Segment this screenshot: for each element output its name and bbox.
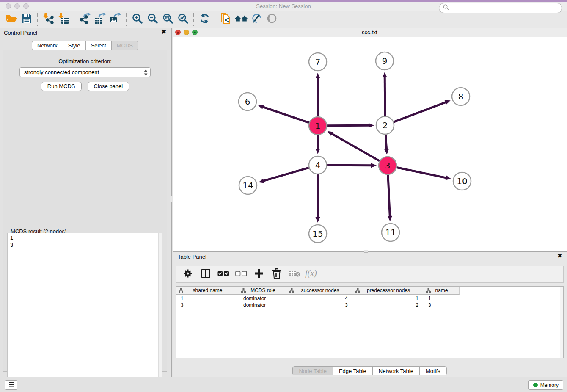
column-header-shared-name[interactable]: shared name bbox=[176, 287, 239, 295]
home-layout-button[interactable] bbox=[234, 12, 249, 27]
delete-table-button[interactable] bbox=[288, 268, 301, 281]
cell-successor-nodes[interactable]: 4 bbox=[287, 295, 353, 302]
graph-node-15[interactable]: 15 bbox=[309, 225, 327, 243]
tab-style[interactable]: Style bbox=[63, 41, 86, 50]
memory-button[interactable]: Memory bbox=[528, 380, 563, 390]
open-folder-icon bbox=[5, 13, 18, 26]
cell-name[interactable]: 1 bbox=[424, 295, 460, 302]
column-header-successor-nodes[interactable]: successor nodes bbox=[287, 287, 353, 295]
import-network-icon bbox=[42, 13, 54, 26]
import-table-button[interactable] bbox=[56, 12, 71, 27]
cell-predecessor-nodes[interactable]: 2 bbox=[353, 302, 424, 309]
zoom-in-button[interactable] bbox=[129, 12, 145, 27]
style-toggle-button[interactable] bbox=[249, 12, 264, 27]
graph-edge-4-3[interactable] bbox=[327, 165, 372, 166]
zoom-fit-icon bbox=[162, 13, 173, 26]
export-network-button[interactable] bbox=[77, 12, 93, 27]
search-icon bbox=[443, 4, 449, 12]
import-network-button[interactable] bbox=[41, 12, 56, 27]
table-row[interactable]: 1dominator411 bbox=[176, 295, 460, 302]
function-builder-button[interactable]: f(x) bbox=[306, 268, 319, 281]
column-header-name[interactable]: name bbox=[424, 287, 460, 295]
graph-edge-3-1[interactable] bbox=[331, 133, 380, 161]
table-row[interactable]: 3dominator323 bbox=[176, 302, 460, 309]
zoom-fit-button[interactable] bbox=[160, 12, 175, 27]
graph-node-10[interactable]: 10 bbox=[453, 172, 471, 190]
close-panel-button[interactable]: Close panel bbox=[88, 82, 129, 91]
mcds-result-group: MCDS result (2 nodes) 1 3 bbox=[6, 232, 163, 392]
zoom-out-button[interactable] bbox=[145, 12, 160, 27]
tab-network[interactable]: Network bbox=[32, 41, 63, 50]
split-columns-button[interactable] bbox=[199, 268, 212, 281]
graph-node-14[interactable]: 14 bbox=[239, 177, 257, 194]
graph-edge-3-10[interactable] bbox=[397, 168, 447, 178]
result-scrollbar[interactable] bbox=[158, 233, 162, 390]
float-panel-icon[interactable] bbox=[153, 30, 157, 34]
cell-shared-name[interactable]: 1 bbox=[176, 295, 239, 302]
graph-edge-3-11[interactable] bbox=[388, 175, 390, 217]
export-image-icon bbox=[110, 13, 122, 26]
graph-node-11[interactable]: 11 bbox=[382, 224, 399, 241]
tab-select[interactable]: Select bbox=[85, 41, 112, 50]
export-network-icon bbox=[79, 13, 91, 26]
graph-edge-1-6[interactable] bbox=[262, 107, 309, 123]
task-history-button[interactable] bbox=[5, 380, 17, 390]
clone-network-button[interactable] bbox=[218, 12, 234, 27]
svg-text:8: 8 bbox=[458, 91, 464, 102]
graph-node-3[interactable]: 3 bbox=[379, 157, 396, 174]
zoom-selected-button[interactable] bbox=[175, 12, 190, 27]
cell-MCDS-role[interactable]: dominator bbox=[239, 295, 287, 302]
close-panel-icon[interactable]: ✖ bbox=[161, 30, 166, 34]
graph-edge-2-3[interactable] bbox=[385, 135, 386, 150]
graph-edge-4-14[interactable] bbox=[263, 168, 309, 181]
graph-edge-2-9[interactable] bbox=[385, 77, 385, 116]
table-close-icon[interactable]: ✖ bbox=[557, 254, 562, 258]
visibility-button[interactable] bbox=[264, 12, 279, 27]
zoom-out-icon bbox=[147, 13, 158, 26]
tab-mcds[interactable]: MCDS bbox=[111, 41, 138, 50]
graph-node-1[interactable]: 1 bbox=[309, 117, 327, 135]
graph-arrowhead-1-7 bbox=[316, 73, 320, 78]
graph-edge-1-2[interactable] bbox=[327, 125, 369, 126]
cell-successor-nodes[interactable]: 3 bbox=[287, 302, 353, 309]
graph-node-7[interactable]: 7 bbox=[309, 53, 327, 71]
network-window-titlebar[interactable]: x – + scc.txt bbox=[173, 28, 567, 37]
tab-node-table[interactable]: Node Table bbox=[292, 366, 333, 375]
cell-name[interactable]: 3 bbox=[424, 302, 460, 309]
select-all-button[interactable] bbox=[217, 268, 230, 281]
save-button[interactable] bbox=[19, 12, 34, 27]
network-canvas[interactable]: 7968124314101511 bbox=[173, 37, 567, 251]
horizontal-splitter-handle[interactable] bbox=[364, 250, 368, 253]
graph-node-4[interactable]: 4 bbox=[309, 156, 327, 174]
graph-node-2[interactable]: 2 bbox=[376, 116, 394, 134]
open-folder-button[interactable] bbox=[4, 12, 19, 27]
cell-shared-name[interactable]: 3 bbox=[176, 302, 239, 309]
tab-edge-table[interactable]: Edge Table bbox=[333, 366, 373, 375]
table-float-icon[interactable] bbox=[549, 254, 553, 258]
mcds-result-list[interactable]: 1 3 bbox=[7, 233, 162, 390]
column-header-predecessor-nodes[interactable]: predecessor nodes bbox=[353, 287, 424, 295]
delete-rows-button[interactable] bbox=[270, 268, 283, 281]
graph-node-8[interactable]: 8 bbox=[452, 88, 470, 105]
graph-node-9[interactable]: 9 bbox=[376, 52, 394, 70]
optimization-criterion-select[interactable]: strongly connected component bbox=[19, 67, 151, 77]
graph-edge-2-8[interactable] bbox=[394, 102, 446, 122]
network-graph[interactable]: 7968124314101511 bbox=[173, 37, 567, 251]
run-mcds-button[interactable]: Run MCDS bbox=[41, 82, 82, 91]
export-table-button[interactable] bbox=[93, 12, 108, 27]
settings-gear-button[interactable] bbox=[182, 268, 194, 281]
search-input[interactable] bbox=[439, 3, 562, 13]
cell-MCDS-role[interactable]: dominator bbox=[239, 302, 287, 309]
column-header-MCDS-role[interactable]: MCDS role bbox=[239, 287, 287, 295]
refresh-button[interactable] bbox=[197, 12, 212, 27]
cell-predecessor-nodes[interactable]: 1 bbox=[353, 295, 424, 302]
deselect-all-button[interactable] bbox=[235, 268, 248, 281]
tab-motifs[interactable]: Motifs bbox=[419, 366, 447, 375]
table-vertical-scrollbar[interactable] bbox=[560, 287, 563, 358]
graph-node-6[interactable]: 6 bbox=[239, 93, 256, 110]
vertical-splitter[interactable] bbox=[171, 28, 172, 377]
add-row-button[interactable] bbox=[253, 268, 265, 281]
export-image-button[interactable] bbox=[108, 12, 123, 27]
delete-table-icon bbox=[289, 270, 300, 279]
tab-network-table[interactable]: Network Table bbox=[372, 366, 420, 375]
